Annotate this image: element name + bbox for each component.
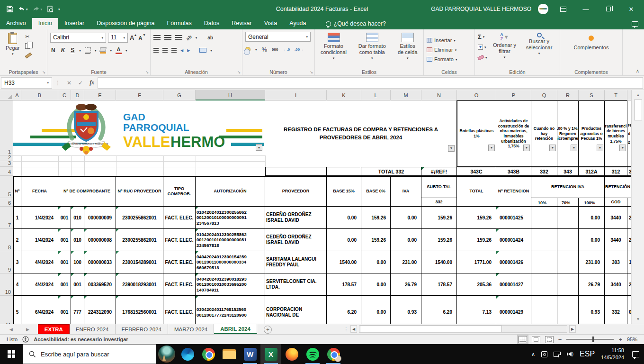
- volume-icon[interactable]: ): [567, 352, 573, 356]
- addins-button[interactable]: Complementos: [571, 32, 612, 68]
- tab-formulas[interactable]: Fórmulas: [161, 18, 198, 29]
- cell-ruc-7[interactable]: 2300255862001: [116, 207, 163, 229]
- ribbon-display-options-icon[interactable]: [555, 0, 571, 18]
- tab-disposicion[interactable]: Disposición de página: [90, 18, 161, 29]
- cell-comp2-10[interactable]: 001: [71, 273, 84, 296]
- cell-base0-11[interactable]: 0.00: [361, 296, 391, 324]
- align-top-icon[interactable]: [153, 35, 161, 40]
- report-title-cell[interactable]: REGISTRO DE FACTURAS DE COMPRA Y RETENCI…: [265, 100, 457, 167]
- redo-caret-icon[interactable]: ▾: [41, 8, 43, 11]
- cell-ret70-9[interactable]: [557, 251, 579, 273]
- tell-me-search[interactable]: ¿Qué desea hacer?: [326, 18, 386, 29]
- taskbar-item-word[interactable]: W: [240, 344, 260, 364]
- new-sheet-button[interactable]: +: [264, 326, 272, 334]
- cell-code-partial[interactable]: 3: [627, 167, 631, 176]
- cell-tipo-10[interactable]: FACT. ELEC.: [163, 273, 196, 296]
- conditional-format-button[interactable]: Formato condicional ▾: [318, 32, 349, 68]
- header-proveedor[interactable]: PROVEEDOR: [265, 176, 327, 207]
- col-header-u-partial[interactable]: [627, 90, 631, 100]
- horizontal-scrollbar[interactable]: ⋮ ◀ ▶: [344, 324, 577, 334]
- cell-ret10-8[interactable]: [531, 229, 557, 251]
- cell-iva-7[interactable]: 0.00: [391, 207, 421, 229]
- sheet-tab-extra[interactable]: EXTRA: [38, 324, 70, 334]
- format-painter-button[interactable]: [25, 52, 33, 59]
- font-dialog-launcher-icon[interactable]: ↘: [145, 70, 149, 74]
- close-button[interactable]: ✕: [623, 0, 639, 18]
- orientation-caret-icon[interactable]: ▾: [196, 36, 197, 39]
- taskbar-search[interactable]: Escribe aquí para buscar: [23, 344, 156, 364]
- col-header-s[interactable]: S: [579, 90, 605, 100]
- cell-proveedor-7[interactable]: CEDEÑO ORDOÑEZISRAEL DAVID: [265, 207, 327, 229]
- find-select-button[interactable]: Buscar y seleccionar ▾: [522, 32, 556, 68]
- cat-header-microempresa[interactable]: 100 % y 1%.- Regimen microempresa▼: [557, 100, 579, 167]
- zoom-slider-thumb[interactable]: [592, 337, 594, 342]
- zoom-slider[interactable]: [566, 339, 614, 340]
- save-icon[interactable]: [7, 6, 13, 12]
- fill-button[interactable]: ▼▾: [478, 43, 487, 51]
- col-header-a[interactable]: A: [13, 90, 21, 100]
- hscroll-right-icon[interactable]: ▶: [569, 325, 576, 333]
- cell-fecha-8[interactable]: 1/4/2024: [21, 229, 58, 251]
- qat-customize-icon[interactable]: ▾: [58, 8, 60, 11]
- row-header-3[interactable]: 3: [0, 161, 13, 167]
- cell-retencion-8[interactable]: 000001424: [496, 229, 531, 251]
- filter-icon[interactable]: ▼: [597, 145, 603, 151]
- cell-retencion-7[interactable]: 000001425: [496, 207, 531, 229]
- cell-iva-11[interactable]: 0.93: [391, 296, 421, 324]
- col-header-f[interactable]: F: [116, 90, 163, 100]
- cell-A10[interactable]: 4: [13, 273, 21, 296]
- cell-ruc-8[interactable]: 2300255862001: [116, 229, 163, 251]
- formula-input[interactable]: [98, 77, 643, 89]
- cell-ret70-7[interactable]: [557, 207, 579, 229]
- autosum-button[interactable]: Σ▾: [478, 33, 487, 40]
- align-bottom-icon[interactable]: [175, 35, 182, 40]
- decrease-indent-icon[interactable]: ◀: [180, 48, 183, 53]
- cell-edge-8[interactable]: 2: [627, 229, 631, 251]
- cell-ret100-8[interactable]: 0.00: [579, 229, 605, 251]
- cell-comp1-7[interactable]: 001: [58, 207, 71, 229]
- wrap-text-icon[interactable]: ab: [207, 35, 213, 40]
- cell-code-343b[interactable]: 343B: [496, 167, 531, 176]
- accessibility-icon[interactable]: [22, 336, 29, 343]
- zoom-level[interactable]: 95%: [627, 337, 637, 342]
- zoom-in-icon[interactable]: +: [618, 336, 622, 343]
- header-retencion-iva[interactable]: RETENCION IVA: [531, 176, 605, 198]
- cat-header-sin-retencion[interactable]: Cuando no hay retención▼: [531, 100, 557, 167]
- col-header-e[interactable]: E: [84, 90, 116, 100]
- hidden-icons-chevron[interactable]: ∧: [531, 351, 535, 357]
- account-avatar[interactable]: [538, 4, 548, 14]
- cell-ret100-9[interactable]: 231.00: [579, 251, 605, 273]
- cell-code-312[interactable]: 312: [605, 167, 627, 176]
- font-name-select[interactable]: Calibri▾: [50, 33, 106, 43]
- cell-ret10-7[interactable]: [531, 207, 557, 229]
- cell-code-332[interactable]: 332: [531, 167, 557, 176]
- header-base0[interactable]: BASE 0%: [361, 176, 391, 207]
- cell-fecha-7[interactable]: 1/4/2024: [21, 207, 58, 229]
- vertical-scrollbar[interactable]: ▲ ▼: [631, 90, 644, 324]
- cell-fecha-9[interactable]: 4/4/2024: [21, 251, 58, 273]
- cell-comp3-10[interactable]: 003369520: [84, 273, 116, 296]
- col-header-h-selected[interactable]: H: [196, 90, 265, 100]
- row-header-7[interactable]: 7: [0, 207, 13, 229]
- accounting-caret-icon[interactable]: ▾: [255, 48, 257, 51]
- header-num[interactable]: Nº: [13, 176, 21, 207]
- cell-cod-9[interactable]: 303: [605, 251, 627, 273]
- taskbar-item-spotify[interactable]: [302, 344, 323, 364]
- cell-ruc-10[interactable]: 2390018293001: [116, 273, 163, 296]
- filter-icon[interactable]: ▼: [523, 145, 530, 151]
- col-header-p[interactable]: P: [496, 90, 531, 100]
- cell-total-10[interactable]: 205.36: [457, 273, 496, 296]
- cell-I4[interactable]: [265, 167, 327, 176]
- scroll-up-icon[interactable]: ▲: [634, 91, 642, 99]
- bold-button[interactable]: N: [50, 47, 56, 54]
- cortana-avatar[interactable]: [158, 346, 175, 363]
- zoom-out-icon[interactable]: −: [558, 336, 562, 343]
- sheet-nav-right-icon[interactable]: ▶: [26, 327, 29, 332]
- cell-base15-8[interactable]: 0.00: [327, 229, 361, 251]
- cell-styles-button[interactable]: Estilos de celda ▾: [394, 32, 420, 68]
- cell-fecha-10[interactable]: 4/4/2024: [21, 273, 58, 296]
- cell-autorizacion-7[interactable]: 0104202401230025586200120010100000000091…: [196, 207, 265, 229]
- sheet-nav-left-icon[interactable]: ◀: [9, 327, 13, 332]
- cell-comp1-9[interactable]: 001: [58, 251, 71, 273]
- collapse-ribbon-icon[interactable]: ∧: [636, 68, 639, 73]
